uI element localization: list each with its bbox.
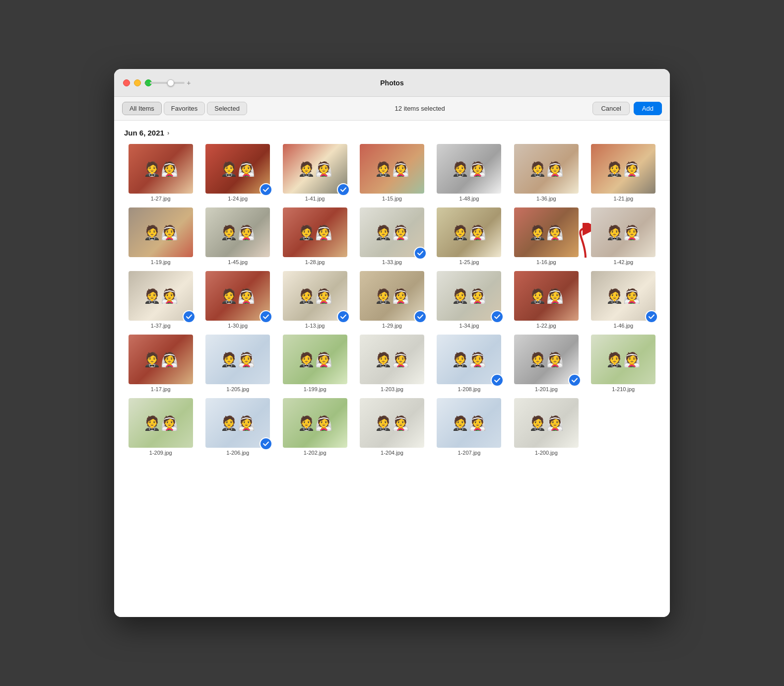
selected-badge (337, 310, 350, 323)
photo-filename: 1-36.jpg (536, 196, 556, 202)
photo-filename: 1-22.jpg (536, 323, 556, 329)
list-item[interactable]: 🤵👰1-204.jpg (355, 398, 428, 456)
list-item[interactable]: 🤵👰1-205.jpg (201, 335, 274, 392)
photo-filename: 1-28.jpg (305, 259, 325, 265)
chevron-right-icon[interactable]: › (167, 129, 169, 137)
photo-filename: 1-205.jpg (226, 386, 249, 392)
list-item[interactable]: 🤵👰1-42.jpg (587, 207, 660, 265)
list-item[interactable]: 🤵👰1-27.jpg (124, 144, 197, 202)
selected-badge (183, 310, 196, 323)
list-item[interactable]: 🤵👰1-203.jpg (355, 335, 428, 392)
list-item[interactable]: 🤵👰1-45.jpg (201, 207, 274, 265)
list-item[interactable]: 🤵👰1-21.jpg (587, 144, 660, 202)
photo-filename: 1-41.jpg (305, 196, 325, 202)
photo-filename: 1-209.jpg (149, 450, 172, 456)
close-button[interactable] (123, 79, 130, 86)
photo-filename: 1-199.jpg (304, 386, 327, 392)
list-item[interactable]: 🤵👰 1-201.jpg (510, 335, 583, 392)
titlebar: − + Photos (114, 69, 670, 97)
selected-badge (645, 310, 658, 323)
list-item[interactable]: 🤵👰 1-24.jpg (201, 144, 274, 202)
list-item[interactable]: 🤵👰 1-206.jpg (201, 398, 274, 456)
photo-filename: 1-30.jpg (228, 323, 248, 329)
list-item[interactable]: 🤵👰 1-208.jpg (433, 335, 506, 392)
list-item[interactable]: 🤵👰 1-13.jpg (278, 271, 351, 329)
list-item[interactable]: 🤵👰 1-33.jpg (355, 207, 428, 265)
selected-badge (414, 247, 427, 260)
selected-badge (337, 183, 350, 196)
photo-filename: 1-46.jpg (613, 323, 633, 329)
selected-badge (491, 310, 504, 323)
photo-filename: 1-203.jpg (381, 386, 403, 392)
photo-filename: 1-201.jpg (535, 386, 558, 392)
photos-window: − + Photos All Items Favorites Selected … (114, 69, 670, 617)
list-item[interactable]: 🤵👰1-210.jpg (587, 335, 660, 392)
content-wrapper: Jun 6, 2021 › 🤵👰1-27.jpg🤵👰 1-24.jpg🤵👰 1-… (124, 129, 660, 456)
photo-filename: 1-27.jpg (151, 196, 171, 202)
photo-filename: 1-210.jpg (612, 386, 635, 392)
photo-filename: 1-29.jpg (382, 323, 402, 329)
list-item[interactable]: 🤵👰1-36.jpg (510, 144, 583, 202)
list-item[interactable]: 🤵👰1-209.jpg (124, 398, 197, 456)
content-area: Jun 6, 2021 › 🤵👰1-27.jpg🤵👰 1-24.jpg🤵👰 1-… (114, 121, 670, 617)
list-item[interactable]: 🤵👰1-17.jpg (124, 335, 197, 392)
photo-filename: 1-34.jpg (459, 323, 479, 329)
photo-filename: 1-37.jpg (151, 323, 171, 329)
date-label: Jun 6, 2021 (124, 129, 164, 137)
selected-badge (491, 374, 504, 387)
photo-filename: 1-13.jpg (305, 323, 325, 329)
photo-filename: 1-25.jpg (459, 259, 479, 265)
cancel-button[interactable]: Cancel (592, 102, 629, 115)
photo-filename: 1-206.jpg (226, 450, 249, 456)
list-item[interactable]: 🤵👰 1-41.jpg (278, 144, 351, 202)
zoom-minus-icon: − (144, 79, 148, 87)
add-button[interactable]: Add (634, 102, 662, 115)
zoom-slider-area: − + (144, 79, 191, 87)
photo-filename: 1-45.jpg (228, 259, 248, 265)
toolbar: All Items Favorites Selected 12 items se… (114, 97, 670, 121)
list-item[interactable]: 🤵👰 1-37.jpg (124, 271, 197, 329)
list-item[interactable]: 🤵👰1-202.jpg (278, 398, 351, 456)
selected-badge (414, 310, 427, 323)
photo-filename: 1-207.jpg (457, 450, 480, 456)
photo-filename: 1-21.jpg (613, 196, 633, 202)
list-item[interactable]: 🤵👰 1-29.jpg (355, 271, 428, 329)
photo-filename: 1-24.jpg (228, 196, 248, 202)
list-item[interactable]: 🤵👰1-207.jpg (433, 398, 506, 456)
action-buttons: Cancel Add (592, 102, 662, 115)
list-item[interactable]: 🤵👰 1-34.jpg (433, 271, 506, 329)
filter-favorites-button[interactable]: Favorites (164, 102, 205, 115)
selected-badge (260, 183, 272, 196)
zoom-plus-icon: + (187, 79, 191, 87)
list-item[interactable]: 🤵👰 1-46.jpg (587, 271, 660, 329)
photo-filename: 1-200.jpg (535, 450, 558, 456)
filter-all-items-button[interactable]: All Items (122, 102, 162, 115)
photo-filename: 1-204.jpg (381, 450, 403, 456)
window-title: Photos (380, 79, 403, 87)
date-header: Jun 6, 2021 › (124, 129, 660, 137)
photo-filename: 1-208.jpg (457, 386, 480, 392)
selected-badge (260, 310, 272, 323)
list-item[interactable]: 🤵👰1-25.jpg (433, 207, 506, 265)
list-item[interactable]: 🤵👰 1-30.jpg (201, 271, 274, 329)
filter-selected-button[interactable]: Selected (207, 102, 247, 115)
list-item[interactable]: 🤵👰1-48.jpg (433, 144, 506, 202)
list-item[interactable]: 🤵👰1-15.jpg (355, 144, 428, 202)
zoom-slider[interactable] (150, 82, 185, 84)
photo-filename: 1-33.jpg (382, 259, 402, 265)
selected-badge (568, 374, 581, 387)
photo-filename: 1-17.jpg (151, 386, 171, 392)
list-item[interactable]: 🤵👰1-28.jpg (278, 207, 351, 265)
photo-filename: 1-48.jpg (459, 196, 479, 202)
selection-count: 12 items selected (249, 105, 590, 112)
list-item[interactable]: 🤵👰1-22.jpg (510, 271, 583, 329)
photo-filename: 1-42.jpg (613, 259, 633, 265)
photo-grid: 🤵👰1-27.jpg🤵👰 1-24.jpg🤵👰 1-41.jpg🤵👰1-15.j… (124, 144, 660, 456)
list-item[interactable]: 🤵👰1-19.jpg (124, 207, 197, 265)
photo-filename: 1-19.jpg (151, 259, 171, 265)
list-item[interactable]: 🤵👰1-16.jpg (510, 207, 583, 265)
list-item[interactable]: 🤵👰1-199.jpg (278, 335, 351, 392)
minimize-button[interactable] (134, 79, 141, 86)
list-item[interactable]: 🤵👰1-200.jpg (510, 398, 583, 456)
photo-filename: 1-202.jpg (304, 450, 327, 456)
